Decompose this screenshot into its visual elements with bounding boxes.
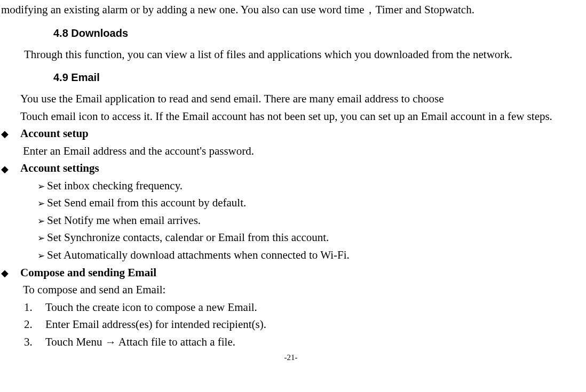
setting-text: Set Notify me when email arrives. [47, 214, 201, 227]
page-number: -21- [1, 351, 581, 364]
account-setup-title: Account setup [20, 127, 89, 140]
downloads-body: Through this function, you can view a li… [1, 46, 581, 63]
bullet-account-settings: ◆Account settings [1, 159, 581, 177]
diamond-icon: ◆ [1, 127, 20, 142]
arrow-icon: ➢ [37, 214, 47, 228]
email-intro: You use the Email application to read an… [1, 90, 581, 125]
setting-item: ➢Set inbox checking frequency. [37, 177, 581, 195]
setting-item: ➢Set Synchronize contacts, calendar or E… [37, 229, 581, 246]
setting-text: Set inbox checking frequency. [47, 179, 183, 192]
account-setup-body: Enter an Email address and the account's… [23, 142, 581, 160]
setting-text: Set Automatically download attachments w… [47, 249, 350, 261]
bullet-compose: ◆Compose and sending Email [1, 264, 581, 282]
section-heading-email: 4.9 Email [53, 69, 581, 86]
step-number: 3. [24, 333, 45, 351]
compose-step: 1.Touch the create icon to compose a new… [24, 299, 581, 316]
arrow-icon: ➢ [37, 197, 47, 211]
setting-text: Set Synchronize contacts, calendar or Em… [47, 231, 329, 244]
step-number: 2. [24, 316, 45, 333]
document-page: modifying an existing alarm or by adding… [1, 1, 581, 364]
continuation-line: modifying an existing alarm or by adding… [1, 1, 581, 19]
compose-lead: To compose and send an Email: [23, 281, 581, 299]
compose-step: 2.Enter Email address(es) for intended r… [24, 316, 581, 333]
step-text: Touch Menu → Attach file to attach a fil… [45, 335, 235, 348]
setting-item: ➢Set Automatically download attachments … [37, 246, 581, 264]
setting-item: ➢Set Send email from this account by def… [37, 194, 581, 212]
arrow-icon: ➢ [37, 249, 47, 263]
diamond-icon: ◆ [1, 162, 20, 177]
step-number: 1. [24, 299, 45, 316]
compose-title: Compose and sending Email [20, 266, 156, 279]
arrow-icon: ➢ [37, 180, 47, 194]
arrow-icon: ➢ [37, 231, 47, 245]
step-text: Touch the create icon to compose a new E… [45, 301, 257, 314]
bullet-account-setup: ◆Account setup [1, 125, 581, 142]
section-heading-downloads: 4.8 Downloads [53, 25, 581, 42]
compose-step: 3.Touch Menu → Attach file to attach a f… [24, 333, 581, 351]
account-settings-title: Account settings [20, 162, 99, 174]
step-text: Enter Email address(es) for intended rec… [45, 318, 266, 331]
diamond-icon: ◆ [1, 266, 20, 281]
setting-item: ➢Set Notify me when email arrives. [37, 212, 581, 229]
setting-text: Set Send email from this account by defa… [47, 196, 246, 209]
